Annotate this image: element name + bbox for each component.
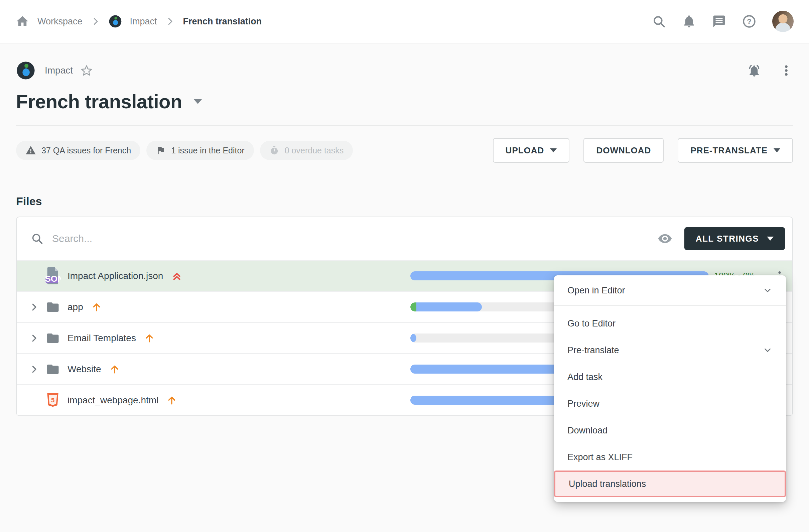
menu-item-download[interactable]: Download	[554, 417, 786, 444]
project-logo-small	[108, 15, 122, 28]
breadcrumb: Workspace Impact French translation	[15, 14, 262, 29]
chevron-right-icon	[165, 16, 175, 27]
file-context-menu: Open in Editor Go to Editor Pre-translat…	[554, 275, 786, 502]
messages-icon[interactable]	[712, 14, 726, 29]
expand-chevron-icon[interactable]	[26, 333, 42, 343]
expand-chevron-icon[interactable]	[26, 364, 42, 374]
menu-item-open-in-editor[interactable]: Open in Editor	[554, 275, 786, 305]
help-icon[interactable]: ?	[742, 14, 756, 29]
chevron-right-icon	[90, 16, 101, 27]
chevron-down-icon	[762, 286, 773, 295]
menu-item-label: Go to Editor	[567, 319, 616, 329]
json-file-icon: JSON	[42, 267, 64, 286]
folder-icon	[42, 300, 64, 314]
project-logo	[16, 61, 35, 80]
folder-icon	[42, 362, 64, 376]
chevron-down-icon	[762, 345, 773, 355]
favorite-star-icon[interactable]	[80, 64, 93, 77]
file-name: Impact Application.json	[68, 271, 163, 281]
editor-issues-badge[interactable]: 1 issue in the Editor	[147, 141, 254, 160]
strings-filter-label: ALL STRINGS	[696, 234, 759, 244]
breadcrumb-workspace[interactable]: Workspace	[37, 16, 83, 27]
overdue-tasks-badge[interactable]: 0 overdue tasks	[260, 141, 353, 160]
top-navigation-bar: Workspace Impact French translation ?	[0, 0, 809, 44]
priority-high-icon	[171, 270, 183, 282]
expand-chevron-icon[interactable]	[26, 302, 42, 312]
menu-item-label: Open in Editor	[567, 286, 625, 296]
project-notifications-icon[interactable]	[747, 63, 761, 78]
folder-name: Website	[68, 364, 101, 375]
qa-issues-label: 37 QA issues for French	[41, 146, 131, 155]
menu-item-label: Preview	[567, 399, 600, 409]
menu-item-label: Upload translations	[569, 479, 646, 489]
folder-name: Email Templates	[68, 333, 136, 344]
arrow-up-icon	[109, 364, 120, 375]
arrow-up-icon	[144, 333, 155, 344]
divider	[16, 125, 793, 126]
overdue-tasks-label: 0 overdue tasks	[285, 146, 344, 155]
folder-name: app	[68, 302, 83, 312]
search-input[interactable]	[52, 233, 658, 244]
visibility-eye-icon[interactable]	[658, 231, 672, 246]
breadcrumb-project[interactable]: Impact	[130, 16, 157, 27]
menu-item-label: Add task	[567, 372, 602, 382]
user-avatar[interactable]	[772, 11, 794, 32]
menu-item-preview[interactable]: Preview	[554, 390, 786, 417]
menu-item-go-to-editor[interactable]: Go to Editor	[554, 310, 786, 337]
project-more-options-icon[interactable]	[779, 64, 793, 77]
arrow-up-icon	[91, 302, 102, 312]
file-name: impact_webpage.html	[68, 395, 158, 406]
files-search-row: ALL STRINGS	[17, 217, 792, 260]
files-heading: Files	[16, 195, 793, 208]
menu-item-label: Export as XLIFF	[567, 452, 633, 463]
search-icon[interactable]	[652, 14, 666, 29]
page-title: French translation	[16, 90, 182, 113]
download-button[interactable]: DOWNLOAD	[583, 138, 664, 163]
svg-text:?: ?	[747, 17, 752, 26]
upload-button-label: UPLOAD	[505, 145, 544, 156]
project-header: Impact	[16, 61, 793, 80]
title-dropdown-caret[interactable]	[193, 99, 202, 104]
menu-item-add-task[interactable]: Add task	[554, 364, 786, 390]
notifications-icon[interactable]	[682, 14, 696, 29]
chevron-down-icon	[550, 148, 557, 152]
folder-icon	[42, 331, 64, 345]
breadcrumb-current-page: French translation	[183, 16, 262, 27]
download-button-label: DOWNLOAD	[596, 145, 651, 156]
qa-issues-badge[interactable]: 37 QA issues for French	[16, 141, 140, 160]
menu-item-pre-translate[interactable]: Pre-translate	[554, 337, 786, 364]
upload-button[interactable]: UPLOAD	[493, 138, 570, 163]
chevron-down-icon	[774, 148, 780, 152]
chevron-down-icon	[767, 237, 774, 241]
strings-filter-button[interactable]: ALL STRINGS	[684, 227, 785, 250]
pre-translate-button[interactable]: PRE-TRANSLATE	[678, 138, 793, 163]
menu-item-export-as-xliff[interactable]: Export as XLIFF	[554, 444, 786, 470]
pre-translate-button-label: PRE-TRANSLATE	[690, 145, 768, 156]
project-name: Impact	[45, 65, 73, 76]
menu-item-label: Pre-translate	[567, 345, 619, 356]
svg-text:JSON: JSON	[45, 273, 61, 284]
html-file-icon: 5	[42, 392, 64, 408]
home-icon[interactable]	[15, 14, 30, 29]
svg-text:5: 5	[51, 396, 54, 404]
menu-item-upload-translations[interactable]: Upload translations	[554, 470, 786, 497]
arrow-up-icon	[167, 395, 177, 406]
menu-item-label: Download	[567, 425, 607, 436]
search-icon	[31, 232, 44, 245]
topbar-actions: ?	[652, 11, 794, 32]
editor-issues-label: 1 issue in the Editor	[171, 146, 245, 155]
